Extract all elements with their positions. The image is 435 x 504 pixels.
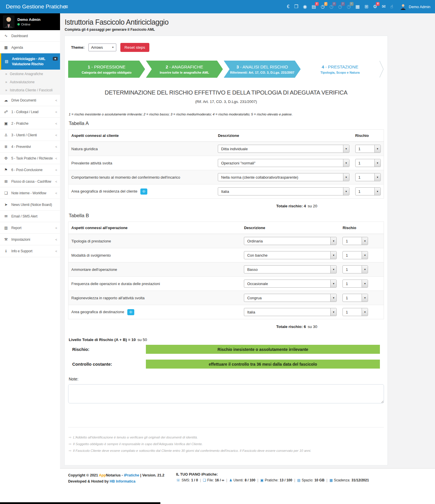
sidebar-item-dashboard[interactable]: ∿ Dashboard (0, 30, 60, 42)
chevron-left-icon: < (55, 191, 57, 195)
clock-red3-icon[interactable]: ◷3 (338, 4, 342, 9)
residenza-risk-select[interactable]: 1▼ (355, 187, 381, 195)
natura-giuridica-select[interactable]: Ditta individuale▼ (218, 145, 349, 153)
sidebar-item-drive-documenti[interactable]: ☁ Drive Documenti < (0, 95, 60, 106)
hand-icon[interactable]: ☝ (390, 4, 393, 9)
submenu-bullet-icon: » (5, 80, 7, 84)
comportamento-risk-select[interactable]: 1▼ (355, 173, 381, 181)
folder-icon[interactable]: ❐ (294, 4, 298, 9)
envelope-icon: ✉ (3, 214, 8, 218)
wizard-step-1-professione[interactable]: 1 - PROFESSIONE Categoria del soggetto o… (68, 61, 145, 78)
navbar-user[interactable]: Demo Admin (400, 3, 430, 10)
sidebar-item-post-conclusione[interactable]: ⚑ 6 - Post-Conclusione < (0, 164, 60, 176)
euro-icon[interactable]: € (287, 4, 289, 9)
chevron-left-icon: < (55, 133, 57, 137)
eye-icon[interactable]: ◉ (303, 4, 307, 9)
dashboard-icon: ∿ (3, 34, 8, 38)
sms-icon: ☏ (176, 478, 180, 482)
attivita-svolta-select[interactable]: Operazioni "normali"▼ (218, 159, 349, 167)
frequenza-operazioni-select[interactable]: Occasionale▼ (244, 280, 337, 288)
aspect-label: Tipologia di prestazione (68, 234, 241, 248)
app-brand[interactable]: Demo Gestione Pratiche (0, 0, 60, 13)
constant-control-row: Controllo costante: effettuare il contro… (68, 360, 384, 369)
destinazione-eye-button[interactable] (127, 309, 134, 315)
submenu-item-istruttoria-cliente[interactable]: »Istruttoria Cliente / Fascicoli (0, 86, 60, 94)
comportamento-select[interactable]: Nella norma (cliente collaborativo/trasp… (218, 173, 349, 181)
tipologia-prestazione-select[interactable]: Ordinaria▼ (244, 237, 337, 245)
table-row: Frequenza delle operazioni e durata dell… (68, 277, 384, 291)
sidebar-item-task-pratiche[interactable]: ⚙ 5 - Task Pratiche / Richieste < (0, 153, 60, 164)
sidebar-item-info-support[interactable]: i Info e Support < (0, 245, 60, 257)
sidebar-item-impostazioni[interactable]: ⚒ Impostazioni < (0, 234, 60, 245)
theme-select[interactable]: Arrows ▼ (88, 43, 116, 51)
sidebar-item-antiriciclaggio-aml[interactable]: ▤ Antiriciclaggio - AML Valutazione Risc… (0, 53, 60, 70)
page-title: Istruttoria Fascicolo Antiriciclaggio (65, 18, 435, 26)
modalita-svolgimento-risk-select[interactable]: 1▼ (342, 251, 368, 259)
sidebar-item-utenti-clienti[interactable]: ♙ 3 - Utenti / Clienti < (0, 129, 60, 141)
stat-utenti: ♟Utenti:8 / 100 (229, 478, 255, 482)
sidebar-item-pratiche[interactable]: ▣ 2 - Pratiche < (0, 118, 60, 129)
wizard-step-2-anagrafiche[interactable]: 2 - ANAGRAFICHE Inserire tutte le anagra… (146, 61, 223, 78)
clock-orange5-icon[interactable]: ◷5 (347, 4, 351, 9)
table-row: Area geografica di residenza del cliente… (68, 184, 384, 199)
frequenza-operazioni-risk-select[interactable]: 1▼ (342, 280, 368, 288)
product-link[interactable]: iPratiche (124, 473, 139, 477)
sidebar-item-cashflow[interactable]: ⊞ Flusso di cassa - Cashflow < (0, 176, 60, 187)
ammontare-operazione-risk-select[interactable]: 1▼ (342, 265, 368, 273)
calendar-icon[interactable]: ▦ (356, 4, 360, 9)
residenza-select[interactable]: Italia▼ (218, 187, 349, 195)
attivita-svolta-risk-select[interactable]: 1▼ (355, 159, 381, 167)
sidebar-item-preventivi[interactable]: ≣ 4 - Preventivi < (0, 141, 60, 153)
chevron-down-icon: ▼ (330, 237, 336, 245)
clock-red5-icon[interactable]: ◷5 (329, 4, 334, 9)
ammontare-operazione-select[interactable]: Basso▼ (244, 265, 337, 273)
sidebar-item-note-interne[interactable]: ❑ Note interne - Workflow < (0, 187, 60, 199)
submenu-item-autovalutazione[interactable]: »Autovalutazione (0, 78, 60, 86)
chevron-left-icon: < (55, 226, 57, 230)
aspect-label: Ragionevolezza in rapporto all'attività … (68, 291, 241, 305)
reset-steps-button[interactable]: Reset steps (120, 43, 149, 52)
sidebar-user-panel[interactable]: Demo Admin Online (0, 13, 60, 30)
destinazione-risk-select[interactable]: 1▼ (342, 308, 368, 316)
destinazione-select[interactable]: Italia▼ (244, 308, 337, 316)
submenu-item-gestione-anagrafiche[interactable]: »Gestione Anagrafiche (0, 70, 60, 78)
gears-icon[interactable]: ⚙5 (373, 4, 377, 9)
sidebar-item-report[interactable]: ▥ Report < (0, 222, 60, 234)
sidebar-item-agenda[interactable]: ▦ Agenda (0, 42, 60, 53)
note-textarea[interactable] (68, 384, 384, 403)
table-b-header-desc: Descrizione (241, 222, 340, 234)
residenza-eye-button[interactable] (140, 188, 147, 195)
sidebar-item-news-utenti[interactable]: ➤ News Utenti (Notice Board) (0, 199, 60, 211)
calendar-grid-icon[interactable]: ⊞ (365, 4, 368, 9)
hb-informatica-link[interactable]: HB Informatica (110, 479, 135, 483)
hamburger-menu-icon[interactable]: ≡ (65, 3, 68, 10)
constant-control-value: effettuare il controllo tra 36 mesi dall… (146, 360, 380, 369)
modalita-svolgimento-select[interactable]: Con banche▼ (244, 251, 337, 259)
disclaimer-line: ⇨L'Addetto all'identificazione è tenuto … (69, 435, 384, 439)
chevron-down-icon: ▼ (374, 188, 380, 195)
ragionevolezza-select[interactable]: Congrua▼ (244, 294, 337, 302)
wizard-step-4-prestazione[interactable]: 4 - PRESTAZIONE Tipologia, Scopo e Natur… (302, 61, 378, 78)
disclaimer-line: ⇨Il Soggetto obbligato è sempre il respo… (69, 442, 384, 446)
footer-copyright: Copyright © 2021 AppNotarius - iPratiche… (68, 472, 176, 504)
news-icon[interactable]: ▤1 (312, 4, 316, 9)
pin-icon: ⚑ (3, 168, 8, 172)
wizard-toolbar: Theme: Arrows ▼ Reset steps (71, 43, 384, 52)
handshake-icon: ☍ (3, 110, 8, 114)
chevron-down-icon: ▼ (362, 266, 368, 273)
aml-preview-icon[interactable] (53, 57, 58, 61)
tipologia-prestazione-risk-select[interactable]: 1▼ (342, 237, 368, 245)
agenda-icon: ▦ (3, 45, 8, 50)
plan-title: IL TUO PIANO iPratiche: (176, 472, 369, 476)
natura-giuridica-risk-select[interactable]: 1▼ (355, 145, 381, 153)
step-wizard: 1 - PROFESSIONE Categoria del soggetto o… (68, 61, 384, 78)
ragionevolezza-risk-select[interactable]: 1▼ (342, 294, 368, 302)
clock-alert-icon[interactable]: ◷! (321, 4, 325, 9)
sidebar-item-email-sms-alert[interactable]: ✉ Email / SMS Alert (0, 211, 60, 222)
envelope-icon[interactable]: ✉ (382, 4, 385, 9)
arrow-icon: ⇨ (69, 442, 72, 446)
sidebar-item-colloqui-lead[interactable]: ☍ 1 - Colloqui / Lead < (0, 106, 60, 118)
clock-red5-badge: 5 (332, 2, 336, 6)
constant-control-label: Controllo costante: (68, 362, 146, 367)
wizard-step-3-analisi-rischio[interactable]: 3 - ANALISI DEL RISCHIO Riferimenti: Art… (224, 61, 301, 78)
